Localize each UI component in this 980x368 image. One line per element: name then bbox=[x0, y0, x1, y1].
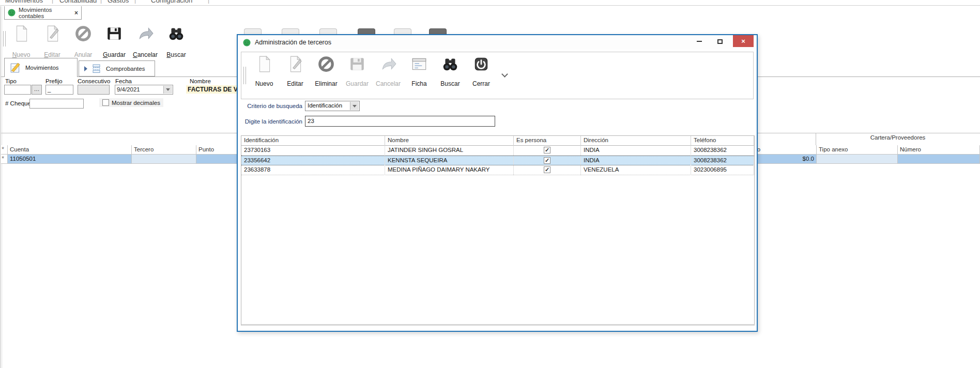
grid-cell-tipo-anexo[interactable] bbox=[817, 155, 898, 164]
prefijo-label: Prefijo bbox=[45, 78, 63, 84]
menu-configuracion[interactable]: Configuración bbox=[151, 0, 192, 4]
arrow-right-icon bbox=[84, 66, 87, 71]
stacked-forms-icon bbox=[91, 64, 102, 74]
tab-close-icon[interactable]: × bbox=[74, 9, 78, 17]
block-icon bbox=[317, 55, 335, 73]
table-row-selected[interactable]: 23356642 KENNSTA SEQUEIRA ✓ INDIA 300823… bbox=[241, 156, 754, 165]
tipo-lookup-button[interactable]: … bbox=[32, 85, 42, 95]
undo-arrow-icon bbox=[136, 25, 154, 42]
tab-label: Movimientos contables bbox=[19, 7, 70, 19]
criterio-busqueda-select[interactable]: Identificación bbox=[305, 101, 360, 111]
undo-arrow-icon bbox=[379, 55, 397, 73]
nombre-value: FACTURAS DE V bbox=[186, 85, 239, 94]
identificacion-input[interactable]: 23 bbox=[305, 116, 495, 127]
cheque-label: # Cheque bbox=[5, 100, 31, 106]
cancelar-button[interactable]: Cancelar bbox=[373, 55, 404, 87]
nuevo-button[interactable]: Nuevo bbox=[6, 25, 36, 58]
menu-gastos[interactable]: Gastos bbox=[108, 0, 129, 4]
dialog-titlebar[interactable]: Administración de terceros bbox=[238, 35, 757, 50]
minimize-button[interactable] bbox=[692, 36, 707, 47]
grid-cell-tercero[interactable] bbox=[132, 155, 196, 164]
grid-row-selector[interactable]: * bbox=[1, 155, 8, 164]
mostrar-decimales-option[interactable]: Mostrar decimales bbox=[99, 98, 163, 107]
consecutivo-label: Consecutivo bbox=[78, 78, 110, 84]
notepad-icon bbox=[10, 62, 21, 73]
grid-cell-numero[interactable] bbox=[898, 155, 980, 164]
power-icon bbox=[472, 55, 490, 73]
mostrar-decimales-label: Mostrar decimales bbox=[112, 100, 160, 106]
grid-col-tercero[interactable]: Tercero bbox=[132, 145, 196, 155]
new-document-icon bbox=[12, 25, 30, 42]
tipo-label: Tipo bbox=[5, 78, 17, 84]
guardar-button[interactable]: Guardar bbox=[99, 25, 129, 58]
grid-col-cuenta[interactable]: Cuenta bbox=[8, 145, 132, 155]
subtab-label: Comprobantes bbox=[106, 66, 145, 72]
anular-button[interactable]: Anular bbox=[68, 25, 98, 58]
grid-col-tipo-anexo[interactable]: Tipo anexo bbox=[817, 145, 898, 155]
es-persona-checkbox[interactable]: ✓ bbox=[544, 166, 550, 173]
administracion-terceros-dialog: Administración de terceros × Nuevo Edita… bbox=[237, 34, 758, 332]
table-row[interactable]: 23633878 MEDINA PIÑAGO DAIMARY NAKARY ✓ … bbox=[241, 165, 754, 175]
tab-movimientos-contables[interactable]: Movimientos contables × bbox=[4, 6, 82, 20]
es-persona-checkbox[interactable]: ✓ bbox=[544, 157, 550, 164]
col-nombre[interactable]: Nombre bbox=[385, 136, 514, 146]
grid-col-numero[interactable]: Número bbox=[898, 145, 980, 155]
cerrar-button[interactable]: Cerrar bbox=[466, 55, 497, 87]
grid-cell-cuenta[interactable]: 11050501 bbox=[8, 155, 132, 164]
app-icon bbox=[243, 39, 251, 47]
binoculars-icon bbox=[167, 25, 185, 42]
menu-movimientos[interactable]: Movimientos bbox=[5, 0, 43, 4]
dialog-toolbar: Nuevo Editar Eliminar Guardar Cancelar bbox=[241, 52, 754, 99]
buscar-button[interactable]: Buscar bbox=[161, 25, 191, 58]
table-row[interactable]: 23730163 JATINDER SINGH GOSRAL ✓ INDIA 3… bbox=[241, 146, 754, 156]
buscar-button[interactable]: Buscar bbox=[435, 55, 466, 87]
toolbar-drag-handle[interactable] bbox=[243, 67, 246, 84]
subtab-movimientos[interactable]: Movimientos bbox=[4, 58, 78, 77]
eliminar-button[interactable]: Eliminar bbox=[311, 55, 342, 87]
terceros-table: Identificación Nombre Es persona Direcci… bbox=[241, 135, 755, 326]
col-telefono[interactable]: Teléfono bbox=[691, 136, 754, 146]
ficha-button[interactable]: Ficha bbox=[404, 55, 435, 87]
save-icon bbox=[348, 55, 366, 73]
table-header-row: Identificación Nombre Es persona Direcci… bbox=[241, 136, 754, 146]
col-identificacion[interactable]: Identificación bbox=[241, 136, 385, 146]
subtab-label: Movimientos bbox=[25, 65, 59, 71]
menu-separator: | bbox=[100, 0, 102, 4]
cancelar-button[interactable]: Cancelar bbox=[130, 25, 160, 58]
criterio-busqueda-label: Criterio de busqueda bbox=[243, 103, 302, 109]
col-es-persona[interactable]: Es persona bbox=[514, 136, 581, 146]
grid-selector-header: * bbox=[1, 145, 8, 155]
toolbar-overflow-chevron-down-icon[interactable] bbox=[501, 71, 508, 78]
menubar: Movimientos | Contabilidad | Gastos | Co… bbox=[0, 0, 980, 6]
guardar-button[interactable]: Guardar bbox=[342, 55, 373, 87]
menu-separator: | bbox=[134, 0, 136, 4]
maximize-button[interactable] bbox=[712, 36, 728, 47]
close-button[interactable]: × bbox=[733, 35, 754, 47]
consecutivo-input bbox=[78, 85, 110, 95]
menu-separator: | bbox=[52, 0, 53, 4]
subtab-comprobantes[interactable]: Comprobantes bbox=[79, 60, 155, 76]
criterio-dropdown-icon[interactable] bbox=[350, 102, 359, 110]
fecha-select[interactable]: 9/4/2021 bbox=[115, 85, 173, 95]
toolbar-drag-handle[interactable] bbox=[3, 31, 6, 47]
editar-button[interactable]: Editar bbox=[37, 25, 67, 58]
menu-separator: | bbox=[208, 0, 209, 4]
mostrar-decimales-checkbox[interactable] bbox=[102, 99, 109, 106]
es-persona-checkbox[interactable]: ✓ bbox=[544, 147, 550, 154]
fecha-dropdown-icon[interactable] bbox=[163, 86, 172, 94]
edit-icon bbox=[286, 55, 304, 73]
cheque-input[interactable] bbox=[29, 99, 84, 109]
prefijo-input[interactable]: _ bbox=[45, 85, 73, 95]
menu-contabilidad[interactable]: Contabilidad bbox=[59, 0, 97, 4]
close-icon: × bbox=[741, 37, 745, 45]
tipo-input[interactable] bbox=[4, 85, 31, 95]
dialog-title: Administración de terceros bbox=[255, 39, 331, 46]
app-icon bbox=[8, 9, 16, 17]
grid-group-header: Cartera/Proveedores bbox=[816, 134, 980, 141]
save-icon bbox=[105, 25, 123, 42]
nombre-label: Nombre bbox=[190, 78, 211, 84]
new-document-icon bbox=[255, 55, 273, 73]
editar-button[interactable]: Editar bbox=[280, 55, 311, 87]
nuevo-button[interactable]: Nuevo bbox=[249, 55, 280, 87]
col-direccion[interactable]: Dirección bbox=[581, 136, 691, 146]
